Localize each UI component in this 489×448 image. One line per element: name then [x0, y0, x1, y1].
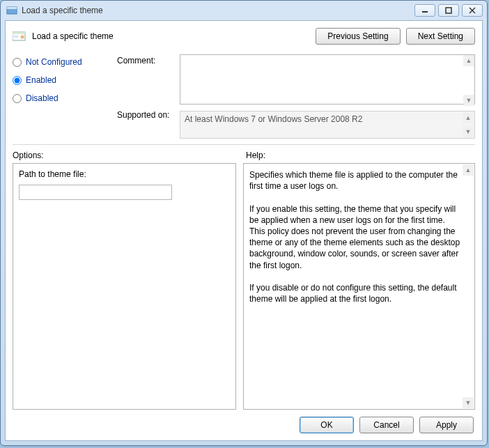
path-label: Path to theme file:: [19, 169, 230, 179]
dialog-buttons: OK Cancel Apply: [13, 410, 475, 435]
scrollbar[interactable]: ▲ ▼: [463, 55, 474, 106]
field-labels: Comment: Supported on:: [117, 54, 173, 139]
window-title: Load a specific theme: [22, 6, 414, 15]
next-setting-button[interactable]: Next Setting: [406, 28, 475, 45]
radio-label: Enabled: [26, 75, 56, 85]
app-icon: [6, 5, 17, 16]
ok-button[interactable]: OK: [300, 417, 354, 433]
panels: Path to theme file: Specifies which them…: [13, 163, 475, 410]
help-label: Help:: [246, 150, 265, 160]
comment-input[interactable]: [180, 54, 475, 105]
radio-label: Disabled: [26, 93, 59, 103]
svg-rect-7: [13, 32, 25, 34]
field-inputs: ▲ ▼ At least Windows 7 or Windows Server…: [180, 54, 475, 139]
options-panel: Path to theme file:: [13, 163, 236, 410]
previous-setting-button[interactable]: Previous Setting: [316, 28, 400, 45]
radio-not-configured-input[interactable]: [13, 58, 22, 67]
radio-enabled-input[interactable]: [13, 76, 22, 85]
policy-header: Load a specific theme Previous Setting N…: [13, 26, 475, 52]
options-label: Options:: [13, 150, 246, 160]
minimize-button[interactable]: [414, 4, 435, 17]
path-input[interactable]: [19, 185, 172, 200]
comment-label: Comment:: [117, 56, 173, 110]
supported-on-box: At least Windows 7 or Windows Server 200…: [180, 111, 475, 139]
radio-disabled[interactable]: Disabled: [13, 93, 110, 103]
help-text: Specifies which theme file is applied to…: [249, 169, 460, 304]
scrollbar[interactable]: ▲ ▼: [463, 112, 474, 137]
scroll-up-icon[interactable]: ▲: [463, 164, 474, 176]
cancel-button[interactable]: Cancel: [359, 417, 414, 433]
radio-enabled[interactable]: Enabled: [13, 75, 110, 85]
scroll-up-icon[interactable]: ▲: [463, 112, 474, 123]
svg-rect-1: [7, 7, 17, 9]
supported-label: Supported on:: [117, 110, 173, 120]
radio-label: Not Configured: [26, 57, 82, 67]
radio-disabled-input[interactable]: [13, 94, 22, 103]
policy-title: Load a specific theme: [32, 31, 310, 41]
scroll-up-icon[interactable]: ▲: [463, 55, 474, 66]
maximize-button[interactable]: [438, 4, 459, 17]
supported-on-text: At least Windows 7 or Windows Server 200…: [185, 114, 362, 124]
configuration-row: Not Configured Enabled Disabled Comment:…: [13, 52, 475, 145]
titlebar[interactable]: Load a specific theme: [1, 1, 487, 20]
help-panel: Specifies which theme file is applied to…: [243, 163, 475, 410]
client-area: Load a specific theme Previous Setting N…: [5, 20, 483, 441]
section-labels: Options: Help:: [13, 145, 475, 163]
policy-icon: [13, 31, 26, 42]
scroll-down-icon[interactable]: ▼: [463, 126, 474, 137]
window-controls: [414, 4, 483, 17]
apply-button[interactable]: Apply: [419, 417, 474, 433]
dialog-window: Load a specific theme Load a specific th…: [0, 0, 488, 446]
svg-rect-3: [446, 8, 451, 13]
close-button[interactable]: [462, 4, 483, 17]
state-radios: Not Configured Enabled Disabled: [13, 54, 110, 139]
scrollbar[interactable]: ▲ ▼: [463, 164, 474, 408]
scroll-down-icon[interactable]: ▼: [463, 397, 474, 408]
svg-rect-8: [14, 36, 18, 38]
radio-not-configured[interactable]: Not Configured: [13, 57, 110, 67]
scroll-down-icon[interactable]: ▼: [463, 95, 474, 106]
svg-point-9: [21, 36, 24, 39]
